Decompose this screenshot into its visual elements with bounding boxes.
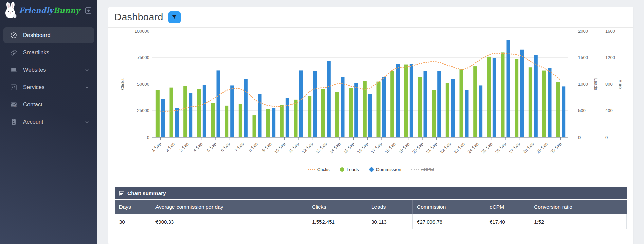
link-icon xyxy=(10,49,17,56)
svg-text:800: 800 xyxy=(605,82,613,87)
svg-text:18 Sep: 18 Sep xyxy=(384,141,397,154)
svg-text:28 Sep: 28 Sep xyxy=(522,141,535,154)
sidebar-item-services[interactable]: Services xyxy=(3,79,94,95)
chart-summary-table: Days Average commission per day Clicks L… xyxy=(115,199,627,229)
cell-avg-commission: €900.33 xyxy=(151,214,308,229)
chart-summary-title: Chart summary xyxy=(127,190,166,196)
svg-text:10 Sep: 10 Sep xyxy=(274,141,287,154)
page-title: Dashboard xyxy=(114,12,163,23)
legend-item-ecpm[interactable]: eCPM xyxy=(411,167,434,172)
sidebar-item-contact[interactable]: @ Contact xyxy=(3,97,94,112)
svg-text:29 Sep: 29 Sep xyxy=(536,141,549,154)
column-header-clicks: Clicks xyxy=(308,200,367,214)
funnel-icon xyxy=(171,14,177,20)
svg-text:1600: 1600 xyxy=(605,29,615,34)
ecpm-dotted-marker-icon xyxy=(411,169,419,170)
sidebar-item-label: Smartlinks xyxy=(23,49,49,56)
svg-text:24 Sep: 24 Sep xyxy=(467,141,480,154)
svg-text:2 Sep: 2 Sep xyxy=(165,141,176,153)
sidebar-item-account[interactable]: Account xyxy=(3,114,94,130)
svg-text:17 Sep: 17 Sep xyxy=(370,141,383,154)
legend-item-clicks[interactable]: Clicks xyxy=(308,167,330,172)
svg-text:Euro: Euro xyxy=(618,80,623,89)
svg-text:Leads: Leads xyxy=(593,78,599,90)
column-header-days: Days xyxy=(115,200,151,214)
cell-leads: 30,113 xyxy=(367,214,412,229)
chart-area: 0250005000075000100000050010001500200004… xyxy=(108,28,633,174)
brand-name: FriendlyBunny xyxy=(19,6,80,15)
svg-text:50000: 50000 xyxy=(137,82,149,87)
sidebar-nav: Dashboard Smartlinks Websites xyxy=(0,21,97,131)
svg-text:22 Sep: 22 Sep xyxy=(439,141,452,154)
svg-text:25000: 25000 xyxy=(137,108,149,113)
svg-text:15 Sep: 15 Sep xyxy=(343,141,355,154)
svg-text:1 Sep: 1 Sep xyxy=(151,141,162,153)
sidebar-item-smartlinks[interactable]: Smartlinks xyxy=(3,45,94,60)
main-content: Dashboard 025000500007500010000005001000… xyxy=(97,0,644,244)
legend-item-commission[interactable]: Commission xyxy=(369,167,401,172)
chart-summary-titlebar: Chart summary xyxy=(115,187,627,199)
dashboard-gauge-icon xyxy=(10,32,17,39)
chart-summary-section: Chart summary Days Average commission pe… xyxy=(115,187,627,229)
svg-text:19 Sep: 19 Sep xyxy=(398,141,411,154)
svg-text:6 Sep: 6 Sep xyxy=(220,141,231,153)
svg-text:500: 500 xyxy=(578,108,586,113)
sidebar-item-label: Contact xyxy=(23,101,42,108)
collapse-sidebar-button[interactable] xyxy=(84,6,93,15)
clicks-dotted-marker-icon xyxy=(308,169,315,170)
svg-text:1000: 1000 xyxy=(578,82,588,87)
svg-text:20 Sep: 20 Sep xyxy=(411,141,424,154)
svg-text:8 Sep: 8 Sep xyxy=(247,141,259,153)
summary-data-row: 30 €900.33 1,552,451 30,113 €27,009.78 €… xyxy=(115,214,627,229)
column-header-conversion-ratio: Conversion ratio xyxy=(530,200,627,214)
cell-conversion-ratio: 1:52 xyxy=(530,214,627,229)
sidebar-item-label: Websites xyxy=(23,67,46,73)
svg-text:100000: 100000 xyxy=(135,29,149,34)
column-header-leads: Leads xyxy=(367,200,412,214)
sidebar-logo-row: FriendlyBunny xyxy=(0,0,97,21)
svg-text:4 Sep: 4 Sep xyxy=(192,141,203,153)
svg-text:16 Sep: 16 Sep xyxy=(356,141,369,154)
svg-text:7 Sep: 7 Sep xyxy=(234,141,245,153)
bunny-logo-icon xyxy=(3,2,19,19)
svg-text:13 Sep: 13 Sep xyxy=(315,141,328,154)
svg-text:75000: 75000 xyxy=(137,55,149,60)
code-icon xyxy=(10,84,17,91)
svg-text:12 Sep: 12 Sep xyxy=(301,141,314,154)
svg-text:0: 0 xyxy=(605,135,608,140)
dashboard-card: Dashboard 025000500007500010000005001000… xyxy=(108,7,633,244)
sidebar: FriendlyBunny Dashboard Smartlinks xyxy=(0,0,97,244)
svg-text:5 Sep: 5 Sep xyxy=(206,141,217,153)
svg-text:25 Sep: 25 Sep xyxy=(481,141,494,154)
svg-text:3 Sep: 3 Sep xyxy=(179,141,190,153)
id-badge-icon xyxy=(10,118,17,126)
chevron-down-icon xyxy=(85,68,89,72)
svg-text:1500: 1500 xyxy=(578,55,588,60)
sidebar-item-label: Account xyxy=(23,119,43,125)
svg-text:0: 0 xyxy=(147,135,149,140)
svg-text:@: @ xyxy=(14,105,16,107)
svg-text:9 Sep: 9 Sep xyxy=(261,141,273,153)
svg-text:400: 400 xyxy=(605,108,613,113)
cell-ecpm: €17.40 xyxy=(485,214,530,229)
legend-item-leads[interactable]: Leads xyxy=(340,167,359,172)
chevron-down-icon xyxy=(85,85,89,90)
commission-circle-marker-icon xyxy=(369,167,374,172)
svg-text:2000: 2000 xyxy=(578,29,588,34)
card-header: Dashboard xyxy=(108,7,633,28)
chart-summary-icon xyxy=(119,191,124,196)
sidebar-item-websites[interactable]: Websites xyxy=(3,62,94,78)
collapse-arrow-icon xyxy=(85,7,92,14)
sidebar-item-dashboard[interactable]: Dashboard xyxy=(3,27,94,43)
svg-text:1200: 1200 xyxy=(605,55,615,60)
svg-text:14 Sep: 14 Sep xyxy=(329,141,342,154)
cell-days: 30 xyxy=(115,214,151,229)
chart-canvas: 0250005000075000100000050010001500200004… xyxy=(108,28,634,164)
leads-circle-marker-icon xyxy=(340,167,344,172)
svg-text:30 Sep: 30 Sep xyxy=(550,141,563,154)
column-header-avg-commission: Average commission per day xyxy=(151,200,308,214)
filter-button[interactable] xyxy=(168,11,181,23)
svg-text:11 Sep: 11 Sep xyxy=(288,141,300,154)
sidebar-item-label: Dashboard xyxy=(23,32,51,38)
svg-text:0: 0 xyxy=(578,135,581,140)
